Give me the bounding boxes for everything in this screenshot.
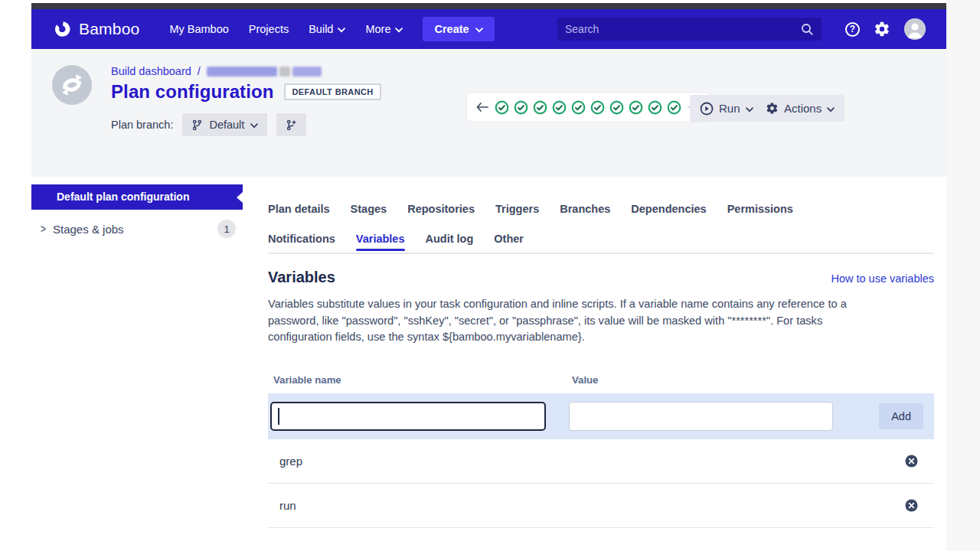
add-variable-row: Add [268,393,934,439]
nav-item-more[interactable]: More [365,23,403,35]
actions-button[interactable]: Actions [756,95,844,122]
gear-icon[interactable] [874,21,890,37]
variable-row: grep [268,439,934,484]
create-branch-button[interactable] [276,113,306,136]
text-cursor [278,408,279,425]
branch-selector[interactable]: Default [182,113,267,136]
tab-variables[interactable]: Variables [356,233,405,251]
chevron-right-icon: > [41,222,46,236]
search-box[interactable] [557,18,822,41]
recent-builds-strip [466,92,710,122]
window-top-strip [31,3,946,9]
build-success-icon[interactable] [667,100,681,115]
breadcrumb: Build dashboard / [111,65,946,77]
config-tabs-row-2: Notifications Variables Audit log Other [268,233,934,251]
tab-dependencies[interactable]: Dependencies [631,203,706,221]
top-navbar: Bamboo My Bamboo Projects Build More Cre… [31,9,946,49]
sidebar-item-stages-jobs[interactable]: > Stages & jobs 1 [31,210,243,248]
default-branch-lozenge: DEFAULT BRANCH [284,83,381,100]
nav-item-build[interactable]: Build [309,23,345,35]
build-success-icon[interactable] [609,100,624,115]
new-variable-name-input[interactable] [270,402,546,431]
tab-triggers[interactable]: Triggers [495,203,539,221]
plan-branch-label: Plan branch: [111,119,173,131]
chevron-down-icon [475,23,483,35]
tab-plan-details[interactable]: Plan details [268,203,330,221]
help-icon[interactable]: ? [845,22,860,37]
build-success-icon[interactable] [590,100,605,115]
play-icon [700,102,714,116]
config-tabs-row-1: Plan details Stages Repositories Trigger… [268,203,934,221]
variables-description: Variables substitute values in your task… [268,296,877,346]
delete-variable-icon[interactable] [905,499,918,512]
variable-name: run [279,499,296,512]
chevron-down-icon [395,23,403,35]
build-success-icon[interactable] [533,100,547,115]
build-success-icon[interactable] [571,100,586,115]
build-success-icon[interactable] [514,100,528,115]
browser-gutter [946,0,980,551]
branch-create-icon [286,119,297,131]
build-success-icon[interactable] [552,100,567,115]
search-icon[interactable] [801,23,814,36]
column-header-variable-name: Variable name [273,374,572,386]
tab-permissions[interactable]: Permissions [727,203,793,221]
bamboo-logo[interactable]: Bamboo [54,20,139,38]
run-button[interactable]: Run [690,95,763,122]
brand-name: Bamboo [79,20,139,38]
create-button[interactable]: Create [423,17,494,41]
gear-icon [766,102,779,115]
how-to-use-variables-link[interactable]: How to use variables [831,272,934,285]
tab-audit-log[interactable]: Audit log [426,233,474,251]
variables-heading: Variables [268,269,335,286]
chevron-down-icon [746,102,753,115]
tab-stages[interactable]: Stages [351,203,387,221]
variables-table: Variable name Value Add grep [268,374,934,528]
main-panel: Plan details Stages Repositories Trigger… [243,177,946,528]
bamboo-app: Bamboo My Bamboo Projects Build More Cre… [31,3,946,528]
tab-branches[interactable]: Branches [560,203,610,221]
build-success-icon[interactable] [629,100,643,115]
stages-count-badge: 1 [217,220,236,238]
build-success-icon[interactable] [648,100,662,115]
chevron-down-icon [827,102,835,115]
variable-name: grep [279,455,302,468]
breadcrumb-redacted-project [207,67,322,77]
search-input[interactable] [565,23,801,35]
nav-item-my-bamboo[interactable]: My Bamboo [169,23,228,35]
variable-row: run [268,484,934,528]
chevron-down-icon [250,119,258,131]
plan-header: Build dashboard / Plan configuration DEF… [31,49,946,177]
tabs-divider [268,253,934,254]
nav-item-projects[interactable]: Projects [249,23,289,35]
page-title: Plan configuration [111,81,273,103]
sidebar-item-default-plan-configuration[interactable]: Default plan configuration [31,184,243,210]
builds-prev-arrow-icon[interactable] [476,103,488,112]
bamboo-logo-icon [54,20,72,38]
chevron-down-icon [338,23,345,35]
breadcrumb-separator: / [198,65,201,77]
tab-repositories[interactable]: Repositories [407,203,475,221]
breadcrumb-build-dashboard[interactable]: Build dashboard [111,65,191,77]
plan-avatar-icon [52,65,92,108]
new-variable-value-input[interactable] [569,402,833,431]
column-header-value: Value [572,374,842,386]
add-button[interactable]: Add [879,403,923,429]
config-sidebar: Default plan configuration > Stages & jo… [31,177,243,248]
user-avatar[interactable] [904,18,926,40]
delete-variable-icon[interactable] [905,455,918,468]
branch-icon [191,119,203,131]
tab-notifications[interactable]: Notifications [268,233,335,251]
tab-other[interactable]: Other [494,233,524,251]
build-success-icon[interactable] [495,100,509,115]
